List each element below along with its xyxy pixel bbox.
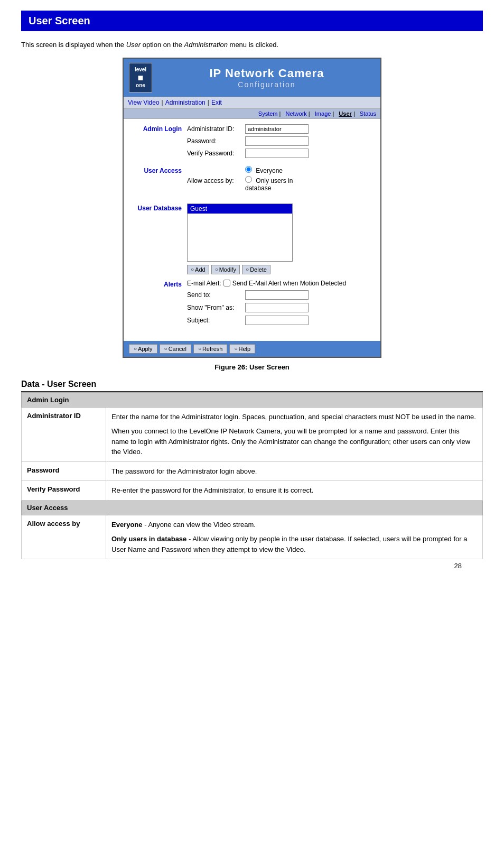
table-row-password: Password The password for the Administra…: [22, 461, 483, 481]
btn-delete[interactable]: Delete: [242, 265, 270, 274]
value-verify: Re-enter the password for the Administra…: [106, 481, 483, 501]
nav-administration[interactable]: Administration: [165, 99, 206, 106]
verify-password-row: Verify Password:: [187, 149, 375, 158]
allow-everyone-bold: Everyone: [111, 521, 143, 529]
camera-tabs: System | Network | Image | User | Status: [124, 109, 380, 119]
table-row-verify: Verify Password Re-enter the password fo…: [22, 481, 483, 501]
user-access-section: User Access Allow access by: Everyone On…: [129, 166, 375, 198]
admin-login-label: Admin Login: [129, 124, 187, 161]
user-database-content: Guest Add Modify Delete: [187, 204, 375, 274]
apply-button[interactable]: Apply: [129, 344, 157, 354]
allow-only-bold: Only users in database: [111, 535, 186, 543]
label-allow-access: Allow access by: [22, 515, 106, 559]
page-number: 28: [454, 562, 462, 570]
access-radio-group: Everyone Only users in database: [245, 166, 303, 193]
subject-label: Subject:: [187, 317, 245, 324]
table-row-admin-id: Administrator ID Enter the name for the …: [22, 407, 483, 461]
email-alert-label: E-mail Alert:: [187, 280, 221, 287]
camera-title: IP Network Camera Configuration: [158, 67, 375, 89]
admin-id-input[interactable]: [245, 124, 309, 134]
nav-sep2: |: [208, 99, 209, 106]
password-input[interactable]: [245, 136, 309, 146]
radio-only-users[interactable]: [245, 176, 252, 183]
password-label: Password:: [187, 137, 245, 145]
admin-login-section: Admin Login Administrator ID: Password: …: [129, 124, 375, 161]
label-admin-id: Administrator ID: [22, 407, 106, 461]
email-alert-checkbox[interactable]: [223, 280, 230, 286]
db-buttons: Add Modify Delete: [187, 265, 375, 274]
label-password: Password: [22, 461, 106, 481]
show-from-label: Show "From" as:: [187, 304, 245, 311]
radio-only-users-label: Only users in database: [245, 176, 303, 192]
subject-input[interactable]: [245, 316, 309, 325]
admin-id-label: Administrator ID:: [187, 125, 245, 133]
allow-everyone-desc: - Anyone can view the Video stream.: [144, 521, 256, 529]
value-password: The password for the Administrator login…: [106, 461, 483, 481]
camera-logo: level ■ one: [129, 63, 152, 92]
alerts-section: Alerts E-mail Alert: Send E-Mail Alert w…: [129, 280, 375, 328]
verify-password-label: Verify Password:: [187, 150, 245, 157]
figure-caption: Figure 26: User Screen: [21, 363, 483, 371]
cancel-button[interactable]: Cancel: [160, 344, 191, 354]
user-database-label: User Database: [129, 204, 187, 274]
tab-user[interactable]: User: [339, 110, 351, 117]
allow-everyone-p: Everyone - Anyone can view the Video str…: [111, 520, 477, 530]
allow-access-row: Allow access by: Everyone Only users in …: [187, 166, 375, 196]
camera-body: Admin Login Administrator ID: Password: …: [124, 119, 380, 339]
allow-access-label: Allow access by:: [187, 177, 245, 184]
camera-title-large: IP Network Camera: [158, 67, 375, 80]
label-verify: Verify Password: [22, 481, 106, 501]
alerts-content: E-mail Alert: Send E-Mail Alert when Mot…: [187, 280, 375, 328]
nav-view-video[interactable]: View Video: [128, 99, 160, 106]
refresh-button[interactable]: Refresh: [193, 344, 228, 354]
send-to-input[interactable]: [245, 290, 309, 300]
value-allow-access: Everyone - Anyone can view the Video str…: [106, 515, 483, 559]
section-cell-admin: Admin Login: [22, 392, 483, 407]
bottom-bar: Apply Cancel Refresh Help: [124, 341, 380, 357]
nav-sep1: |: [162, 99, 163, 106]
email-alert-text: Send E-Mail Alert when Motion Detected: [232, 280, 346, 287]
user-access-content: Allow access by: Everyone Only users in …: [187, 166, 375, 198]
tab-status[interactable]: Status: [360, 110, 376, 117]
user-database-section: User Database Guest Add Modify Delete: [129, 204, 375, 274]
tab-network[interactable]: Network: [285, 110, 306, 117]
admin-id-desc2: When you connect to the LevelOne IP Netw…: [111, 426, 477, 457]
send-to-row: Send to:: [187, 290, 375, 300]
tab-system[interactable]: System: [258, 110, 278, 117]
section-cell-user-access: User Access: [22, 500, 483, 515]
admin-id-row: Administrator ID:: [187, 124, 375, 134]
table-row-allow-access: Allow access by Everyone - Anyone can vi…: [22, 515, 483, 559]
allow-only-p: Only users in database - Allow viewing o…: [111, 534, 477, 554]
send-to-label: Send to:: [187, 291, 245, 299]
nav-exit[interactable]: Exit: [211, 99, 222, 106]
radio-everyone[interactable]: [245, 166, 252, 173]
section-row-user-access: User Access: [22, 500, 483, 515]
camera-nav: View Video | Administration | Exit: [124, 97, 380, 109]
user-access-label: User Access: [129, 166, 187, 198]
admin-login-content: Administrator ID: Password: Verify Passw…: [187, 124, 375, 161]
data-section-heading: Data - User Screen: [21, 380, 483, 392]
subject-row: Subject:: [187, 316, 375, 325]
camera-header: level ■ one IP Network Camera Configurat…: [124, 59, 380, 97]
section-row-admin: Admin Login: [22, 392, 483, 407]
password-row: Password:: [187, 136, 375, 146]
help-button[interactable]: Help: [229, 344, 255, 354]
show-from-row: Show "From" as:: [187, 303, 375, 312]
user-database-list[interactable]: Guest: [187, 204, 293, 262]
intro-text: This screen is displayed when the User o…: [21, 40, 483, 50]
admin-id-desc1: Enter the name for the Administrator log…: [111, 412, 477, 422]
email-alert-row: E-mail Alert: Send E-Mail Alert when Mot…: [187, 280, 375, 287]
show-from-input[interactable]: [245, 303, 309, 312]
radio-everyone-label: Everyone: [245, 166, 303, 174]
camera-title-sub: Configuration: [158, 80, 375, 89]
alerts-label: Alerts: [129, 280, 187, 328]
db-item-guest[interactable]: Guest: [188, 204, 292, 214]
camera-ui-screenshot: level ■ one IP Network Camera Configurat…: [123, 58, 381, 358]
data-table: Admin Login Administrator ID Enter the n…: [21, 392, 483, 560]
value-admin-id: Enter the name for the Administrator log…: [106, 407, 483, 461]
tab-image[interactable]: Image: [315, 110, 331, 117]
verify-password-input[interactable]: [245, 149, 309, 158]
btn-modify[interactable]: Modify: [211, 265, 240, 274]
page-title: User Screen: [21, 11, 483, 31]
btn-add[interactable]: Add: [187, 265, 209, 274]
